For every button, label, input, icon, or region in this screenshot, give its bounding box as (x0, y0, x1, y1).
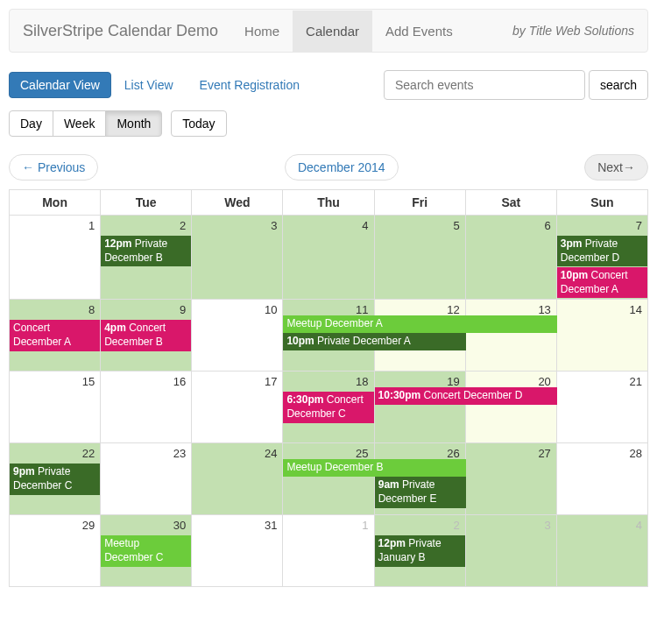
day-number: 21 (557, 372, 647, 392)
event-title: Meetup December B (286, 461, 383, 473)
search-group: search (384, 70, 648, 100)
calendar-day[interactable]: 212pm Private December B (101, 216, 192, 300)
day-number: 2 (375, 515, 465, 535)
weekday-header-cell: Fri (374, 190, 465, 216)
day-number: 3 (466, 515, 556, 535)
weekday-header-cell: Sun (556, 190, 647, 216)
weekday-header-cell: Wed (192, 190, 283, 216)
calendar-event[interactable]: 3pm Private December D (557, 236, 647, 266)
day-number: 18 (283, 372, 373, 392)
calendar-event[interactable]: 4pm Concert December B (101, 320, 191, 350)
calendar-event[interactable]: 10pm Private December A (283, 333, 466, 350)
day-number: 6 (466, 216, 556, 236)
calendar-event[interactable]: 6:30pm Concert December C (283, 392, 373, 422)
day-number: 9 (101, 300, 191, 320)
calendar-day[interactable]: 30Meetup December C (101, 515, 192, 587)
calendar-day[interactable]: 3 (192, 216, 283, 300)
calendar-day[interactable]: 13 (465, 300, 556, 372)
day-number: 1 (283, 515, 373, 535)
calendar-day[interactable]: 14 (556, 300, 647, 372)
today-button[interactable]: Today (171, 110, 226, 137)
calendar-week: 8Concert December A94pm Concert December… (10, 300, 648, 372)
day-number: 4 (283, 216, 373, 236)
event-time: 10:30pm (378, 389, 424, 401)
calendar-day[interactable]: 23 (101, 443, 192, 515)
calendar-day[interactable]: 11Meetup December A10pm Private December… (283, 300, 374, 372)
weekday-header-cell: Thu (283, 190, 374, 216)
calendar-day[interactable]: 28 (556, 443, 647, 515)
calendar-day[interactable]: 21 (556, 372, 647, 443)
calendar-event[interactable]: Meetup December C (101, 535, 191, 566)
calendar-day[interactable]: 186:30pm Concert December C (283, 372, 374, 443)
event-time: 9pm (13, 465, 38, 478)
calendar-day[interactable]: 31 (192, 515, 283, 587)
calendar-day[interactable]: 27 (465, 443, 556, 515)
attribution-link[interactable]: Title Web Solutions (529, 24, 634, 38)
calendar-day[interactable]: 6 (465, 216, 556, 300)
calendar-day[interactable]: 17 (192, 372, 283, 443)
event-title: Private December A (317, 335, 411, 347)
calendar-day[interactable]: 15 (10, 372, 101, 443)
day-number: 15 (10, 372, 100, 392)
calendar-day[interactable]: 25Meetup December B9am Private December … (283, 443, 374, 515)
calendar-day[interactable]: 20 (465, 372, 556, 443)
calendar-event[interactable]: 10pm Concert December A (557, 267, 647, 298)
list-view-link[interactable]: List View (111, 73, 187, 97)
navbar: SilverStripe Calendar Demo HomeCalendarA… (9, 9, 648, 53)
search-input[interactable] (384, 70, 585, 100)
next-button[interactable]: Next→ (584, 154, 648, 180)
calendar-day[interactable]: 5 (374, 216, 465, 300)
calendar-day[interactable]: 1 (283, 515, 374, 587)
event-time: 4pm (104, 322, 129, 334)
calendar-event[interactable]: Meetup December A (283, 315, 557, 333)
nav-link-add-events[interactable]: Add Events (372, 11, 466, 52)
calendar-event[interactable]: Meetup December B (283, 459, 466, 477)
calendar-day[interactable]: 4 (283, 216, 374, 300)
calendar-day[interactable]: 16 (101, 372, 192, 443)
calendar-event[interactable]: Concert December A (10, 320, 100, 350)
calendar-event[interactable]: 10:30pm Concert December D (375, 387, 558, 405)
calendar-day[interactable]: 8Concert December A (10, 300, 101, 372)
calendar-event[interactable]: 12pm Private January B (375, 535, 465, 566)
calendar-event[interactable]: 12pm Private December B (101, 236, 191, 266)
day-number: 3 (192, 216, 282, 236)
navbar-attribution: by Title Web Solutions (512, 24, 634, 38)
calendar-day[interactable]: 229pm Private December C (10, 443, 101, 515)
calendar-day[interactable]: 29 (10, 515, 101, 587)
event-registration-link[interactable]: Event Registration (187, 73, 313, 97)
day-button[interactable]: Day (9, 110, 53, 137)
calendar-day[interactable]: 24 (192, 443, 283, 515)
calendar-week: 151617186:30pm Concert December C1910:30… (10, 372, 648, 443)
event-title: Meetup December C (104, 537, 163, 563)
calendar-day[interactable]: 73pm Private December D10pm Concert Dece… (556, 216, 647, 300)
calendar-view-button[interactable]: Calendar View (9, 72, 111, 98)
calendar-day[interactable]: 212pm Private January B (374, 515, 465, 587)
calendar-day[interactable]: 4 (556, 515, 647, 587)
event-time: 12pm (378, 537, 409, 549)
weekday-header-cell: Sat (465, 190, 556, 216)
event-time: 3pm (561, 237, 585, 250)
event-title: Meetup December A (286, 317, 382, 329)
calendar-day[interactable]: 94pm Concert December B (101, 300, 192, 372)
navbar-brand[interactable]: SilverStripe Calendar Demo (23, 9, 231, 53)
calendar-event[interactable]: 9am Private December E (375, 477, 466, 507)
calendar-event[interactable]: 9pm Private December C (10, 464, 100, 494)
previous-button[interactable]: ← Previous (9, 154, 98, 180)
calendar-week: 229pm Private December C232425Meetup Dec… (10, 443, 648, 515)
month-title[interactable]: December 2014 (285, 154, 399, 180)
calendar-day[interactable]: 1910:30pm Concert December D (374, 372, 465, 443)
day-number: 28 (557, 443, 647, 464)
event-title: Concert December D (424, 389, 523, 401)
search-button[interactable]: search (589, 70, 648, 100)
calendar-day[interactable]: 3 (465, 515, 556, 587)
event-time: 10pm (286, 335, 317, 347)
calendar-day[interactable]: 10 (192, 300, 283, 372)
week-button[interactable]: Week (53, 110, 107, 137)
range-controls: Day Week Month Today (9, 110, 648, 154)
weekday-header: MonTueWedThuFriSatSun (10, 190, 648, 216)
range-button-group: Day Week Month (9, 110, 162, 137)
calendar-day[interactable]: 1 (10, 216, 101, 300)
nav-link-calendar[interactable]: Calendar (293, 11, 372, 52)
nav-link-home[interactable]: Home (231, 11, 293, 52)
month-button[interactable]: Month (105, 110, 162, 137)
